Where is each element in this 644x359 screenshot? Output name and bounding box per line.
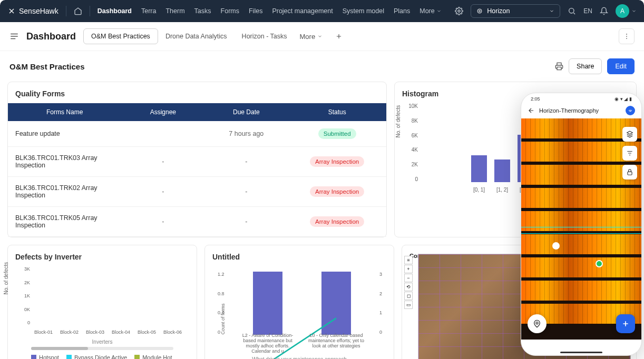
section-title: O&M Best Practices [9, 62, 85, 71]
bar [494, 159, 510, 183]
untitled-card: Untitled Count of forms 1.20.80.40 3210 … [204, 245, 394, 359]
chevron-down-icon [631, 8, 637, 14]
map-layers-button[interactable]: ≡ [404, 256, 413, 264]
map-reset[interactable]: ⟲ [404, 283, 413, 291]
filter-button[interactable] [622, 146, 637, 161]
project-name: Horizon [487, 7, 510, 15]
table-header-row: Forms Name Assignee Due Date Status [8, 103, 386, 121]
svg-point-3 [569, 8, 574, 13]
edit-button[interactable]: Edit [607, 58, 635, 74]
cell-assignee: - [121, 177, 204, 207]
x-label: L2 - Aware of Condition-based maintenanc… [236, 333, 299, 354]
map-zoom-in[interactable]: + [404, 265, 413, 273]
legend-item: Module Hot [134, 354, 172, 359]
bell-icon[interactable] [600, 7, 608, 15]
nav-right: Horizon EN A [455, 4, 637, 18]
tabs-more[interactable]: More [295, 29, 328, 44]
thermal-view[interactable] [521, 118, 641, 340]
tab-horizon-tasks[interactable]: Horizon - Tasks [235, 29, 295, 44]
svg-point-0 [458, 10, 460, 12]
mobile-title: Horizon-Thermography [539, 107, 599, 114]
svg-point-4 [626, 34, 627, 35]
mobile-header: Horizon-Thermography [521, 103, 641, 118]
home-icon[interactable] [74, 7, 82, 15]
legend-item: Bypass Diode Active [66, 354, 127, 359]
map-tool[interactable]: ▭ [404, 301, 413, 309]
col-assignee[interactable]: Assignee [121, 103, 204, 121]
add-button[interactable] [616, 314, 635, 333]
nav-project-management[interactable]: Project management [272, 7, 333, 15]
cell-name: Feature update [8, 121, 121, 147]
subheader: Dashboard O&M Best Practices Drone Data … [0, 22, 644, 51]
menu-icon[interactable] [9, 32, 19, 41]
search-icon[interactable] [568, 7, 576, 15]
nav-therm[interactable]: Therm [165, 7, 184, 15]
map-controls: ≡ + − ⟲ ◻ ▭ [404, 256, 413, 309]
cell-status: Submitted [288, 121, 386, 147]
cell-status: Array Inspection [288, 207, 386, 237]
x-tick: Block-05 [135, 330, 158, 335]
nav-dashboard[interactable]: Dashboard [97, 7, 132, 15]
map-zoom-out[interactable]: − [404, 274, 413, 282]
x-tick: Block-01 [32, 330, 55, 335]
table-row[interactable]: BLK36.TRC01.TRK05 Array Inspection - - A… [8, 207, 386, 237]
card-title: Quality Forms [8, 89, 386, 98]
cell-status: Array Inspection [288, 177, 386, 207]
x-axis-label: Inverters [15, 339, 189, 345]
quality-forms-table: Forms Name Assignee Due Date Status Feat… [8, 103, 386, 237]
table-row[interactable]: BLK36.TRC01.TRK03 Array Inspection - - A… [8, 147, 386, 177]
map-tool[interactable]: ◻ [404, 292, 413, 300]
share-button[interactable]: Share [569, 58, 602, 74]
lock-button[interactable] [622, 165, 637, 180]
x-label: L0 - Only calendar-based maintenance eff… [305, 333, 368, 354]
cell-due: - [204, 177, 288, 207]
x-tick: Block-04 [110, 330, 132, 335]
nav-system-model[interactable]: System model [343, 7, 384, 15]
col-status[interactable]: Status [288, 103, 386, 121]
kebab-menu[interactable] [619, 28, 635, 44]
cell-due: 7 hours ago [204, 121, 288, 147]
brand-text: SenseHawk [19, 7, 58, 15]
plus-icon [335, 33, 343, 40]
nav-forms[interactable]: Forms [221, 7, 239, 15]
mobile-preview: 2:05 ◉ ▾ ◢ ▮ Horizon-Thermography [521, 93, 642, 356]
language-toggle[interactable]: EN [583, 7, 592, 15]
project-selector[interactable]: Horizon [471, 4, 560, 18]
tab-drone-data[interactable]: Drone Data Analytics [158, 29, 235, 44]
cell-name: BLK36.TRC01.TRK05 Array Inspection [8, 207, 121, 237]
target-icon [476, 8, 483, 14]
nav-plans[interactable]: Plans [394, 7, 410, 15]
back-icon[interactable] [528, 107, 535, 114]
add-tab-button[interactable] [332, 29, 346, 43]
cell-due: - [204, 207, 288, 237]
user-menu[interactable]: A [616, 4, 637, 18]
brand-logo[interactable]: SenseHawk [7, 7, 58, 15]
layers-button[interactable] [622, 127, 637, 142]
nav-terra[interactable]: Terra [141, 7, 156, 15]
settings-icon[interactable] [455, 7, 463, 15]
status-badge: Submitted [318, 128, 356, 139]
x-tick: Block-06 [161, 330, 184, 335]
defects-chart: No. of defects 3K2K1K0K0 Block-01Block-0… [15, 266, 189, 335]
nav-files[interactable]: Files [249, 7, 262, 15]
toolbar: O&M Best Practices Share Edit [0, 51, 644, 82]
home-indicator [560, 352, 602, 353]
table-row[interactable]: Feature update 7 hours ago Submitted [8, 121, 386, 147]
col-forms-name[interactable]: Forms Name [8, 103, 121, 121]
locate-button[interactable] [528, 314, 547, 333]
wifi-icon[interactable] [626, 106, 635, 115]
legend-item: Hotspot [31, 354, 59, 359]
svg-point-13 [536, 322, 538, 324]
col-due-date[interactable]: Due Date [204, 103, 288, 121]
print-icon[interactable] [555, 62, 563, 71]
nav-tasks[interactable]: Tasks [194, 7, 211, 15]
chart-scrollbar[interactable] [31, 347, 173, 350]
cell-assignee [121, 121, 204, 147]
defects-card: Defects by Inverter No. of defects 3K2K1… [7, 245, 197, 359]
table-row[interactable]: BLK36.TRC01.TRK02 Array Inspection - - A… [8, 177, 386, 207]
bar [253, 272, 282, 335]
card-title: Untitled [212, 253, 386, 261]
nav-more[interactable]: More [419, 7, 441, 15]
tab-om-best-practices[interactable]: O&M Best Practices [83, 28, 158, 44]
cell-due: - [204, 147, 288, 177]
